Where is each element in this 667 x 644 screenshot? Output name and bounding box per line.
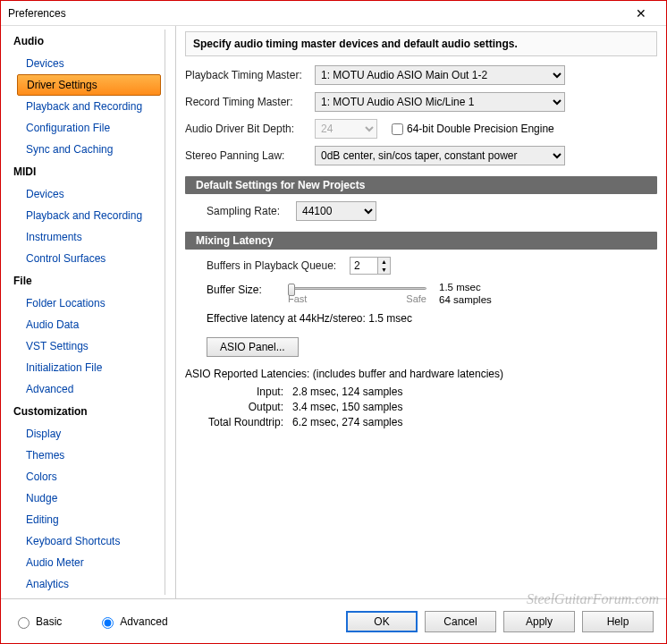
footer-buttons: OK Cancel Apply Help: [346, 611, 654, 632]
checkbox-64bit-label: 64-bit Double Precision Engine: [407, 123, 554, 135]
apply-button[interactable]: Apply: [503, 611, 575, 632]
cancel-button[interactable]: Cancel: [425, 611, 496, 632]
checkbox-64bit-input[interactable]: [392, 123, 403, 135]
row-playback-timing: Playback Timing Master: 1: MOTU Audio AS…: [185, 65, 657, 85]
buffer-size-readout: 1.5 msec 64 samples: [439, 282, 492, 307]
row-buffer-size: Buffer Size: Fast Safe 1.5 msec 64 sampl…: [207, 282, 657, 307]
close-icon[interactable]: ✕: [623, 1, 659, 26]
select-record-timing[interactable]: 1: MOTU Audio ASIO Mic/Line 1: [315, 92, 565, 112]
buffer-samples: 64 samples: [439, 294, 492, 307]
footer: Basic Advanced OK Cancel Apply Help: [1, 598, 666, 643]
checkbox-64bit-precision[interactable]: 64-bit Double Precision Engine: [388, 121, 554, 138]
slider-buffer-size[interactable]: Fast Safe: [288, 282, 426, 304]
ok-button[interactable]: OK: [346, 611, 418, 632]
value-output-latency: 3.4 msec, 150 samples: [292, 401, 402, 413]
label-panning: Stereo Panning Law:: [185, 149, 315, 162]
panel-heading: Specify audio timing master devices and …: [185, 31, 657, 56]
asio-panel-button[interactable]: ASIO Panel...: [207, 337, 299, 357]
select-playback-timing[interactable]: 1: MOTU Audio ASIO Main Out 1-2: [315, 65, 565, 85]
spinner-buffers-input[interactable]: [350, 258, 377, 274]
label-record-timing: Record Timing Master:: [185, 96, 315, 108]
window-title: Preferences: [8, 7, 623, 20]
label-roundtrip-latency: Total Roundtrip:: [185, 416, 283, 428]
radio-advanced[interactable]: Advanced: [97, 614, 167, 629]
sidebar-item-nudge[interactable]: Nudge: [4, 487, 165, 509]
label-buffers-queue: Buffers in Playback Queue:: [207, 259, 350, 272]
sidebar-item-devices[interactable]: Devices: [4, 53, 165, 74]
main-panel: Specify audio timing master devices and …: [176, 26, 666, 598]
titlebar: Preferences ✕: [1, 1, 666, 26]
radio-basic-input[interactable]: [18, 617, 30, 629]
sidebar-item-editing[interactable]: Editing: [4, 509, 165, 530]
sidebar-item-driver-settings[interactable]: Driver Settings: [17, 74, 161, 96]
sidebar-item-analytics[interactable]: Analytics: [4, 573, 165, 595]
radio-basic-label: Basic: [36, 615, 62, 628]
row-panning: Stereo Panning Law: 0dB center, sin/cos …: [185, 146, 657, 165]
select-panning[interactable]: 0dB center, sin/cos taper, constant powe…: [315, 146, 565, 165]
mode-radios: Basic Advanced: [13, 614, 346, 629]
sidebar-item-devices[interactable]: Devices: [4, 183, 165, 205]
sidebar-category: Customization: [4, 400, 165, 423]
sidebar-item-control-surfaces[interactable]: Control Surfaces: [4, 248, 165, 269]
sidebar-item-playback-and-recording[interactable]: Playback and Recording: [4, 205, 165, 226]
sidebar-item-initialization-file[interactable]: Initialization File: [4, 357, 165, 378]
content-area: AudioDevicesDriver SettingsPlayback and …: [1, 26, 666, 598]
sidebar-item-advanced[interactable]: Advanced: [4, 378, 165, 400]
radio-advanced-label: Advanced: [120, 615, 167, 628]
buffer-msec: 1.5 msec: [439, 282, 492, 294]
sidebar-item-display[interactable]: Display: [4, 423, 165, 445]
sidebar-item-themes[interactable]: Themes: [4, 445, 165, 466]
row-buffers-queue: Buffers in Playback Queue: ▲▼: [207, 257, 657, 275]
section-mixing-latency: Mixing Latency: [185, 232, 657, 250]
effective-latency: Effective latency at 44kHz/stereo: 1.5 m…: [207, 312, 657, 325]
radio-advanced-input[interactable]: [102, 617, 114, 629]
sidebar-item-sync-and-caching[interactable]: Sync and Caching: [4, 139, 165, 160]
spinner-buffers-queue[interactable]: ▲▼: [350, 257, 391, 275]
sidebar-category: Audio: [4, 30, 165, 53]
spinner-arrows[interactable]: ▲▼: [377, 258, 390, 274]
sidebar[interactable]: AudioDevicesDriver SettingsPlayback and …: [4, 30, 165, 595]
row-sampling-rate: Sampling Rate: 44100: [207, 201, 657, 221]
sidebar-item-instruments[interactable]: Instruments: [4, 226, 165, 248]
value-roundtrip-latency: 6.2 msec, 274 samples: [292, 416, 402, 428]
value-input-latency: 2.8 msec, 124 samples: [292, 386, 402, 398]
sidebar-item-keyboard-shortcuts[interactable]: Keyboard Shortcuts: [4, 530, 165, 552]
sidebar-category: MIDI: [4, 160, 165, 183]
select-bit-depth: 24: [315, 119, 377, 139]
sidebar-wrap: AudioDevicesDriver SettingsPlayback and …: [1, 26, 176, 598]
sidebar-category: File: [4, 269, 165, 292]
label-buffer-size: Buffer Size:: [207, 282, 283, 296]
radio-basic[interactable]: Basic: [13, 614, 62, 629]
row-record-timing: Record Timing Master: 1: MOTU Audio ASIO…: [185, 92, 657, 112]
sidebar-item-audio-data[interactable]: Audio Data: [4, 314, 165, 335]
help-button[interactable]: Help: [582, 611, 654, 632]
section-default-settings: Default Settings for New Projects: [185, 176, 657, 194]
sidebar-item-configuration-file[interactable]: Configuration File: [4, 117, 165, 139]
sidebar-item-audio-meter[interactable]: Audio Meter: [4, 552, 165, 573]
sidebar-item-folder-locations[interactable]: Folder Locations: [4, 292, 165, 314]
label-playback-timing: Playback Timing Master:: [185, 69, 315, 81]
label-output-latency: Output:: [185, 401, 283, 413]
asio-latency-title: ASIO Reported Latencies: (includes buffe…: [185, 368, 657, 380]
sidebar-item-colors[interactable]: Colors: [4, 466, 165, 487]
asio-latency-block: ASIO Reported Latencies: (includes buffe…: [185, 368, 657, 428]
label-input-latency: Input:: [185, 386, 283, 398]
sidebar-item-vst-settings[interactable]: VST Settings: [4, 335, 165, 357]
sidebar-item-playback-and-recording[interactable]: Playback and Recording: [4, 96, 165, 117]
label-bit-depth: Audio Driver Bit Depth:: [185, 123, 315, 135]
label-sampling-rate: Sampling Rate:: [207, 205, 296, 217]
row-bit-depth: Audio Driver Bit Depth: 24 64-bit Double…: [185, 119, 657, 139]
select-sampling-rate[interactable]: 44100: [296, 201, 376, 221]
slider-safe-label: Safe: [406, 293, 426, 304]
slider-thumb[interactable]: [288, 284, 295, 296]
